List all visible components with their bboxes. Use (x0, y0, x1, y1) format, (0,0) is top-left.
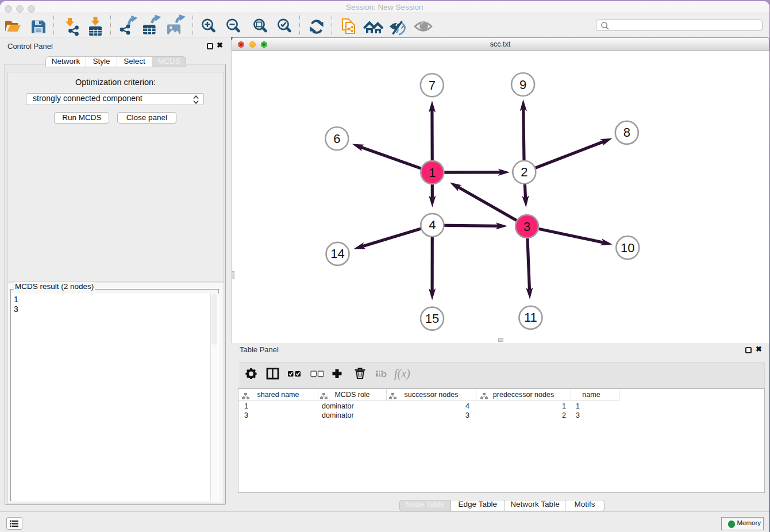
svg-text:10: 10 (621, 240, 634, 255)
svg-text:8: 8 (623, 125, 630, 140)
svg-text:9: 9 (519, 77, 526, 91)
svg-text:15: 15 (425, 311, 438, 326)
svg-text:2: 2 (521, 165, 528, 179)
svg-text:4: 4 (429, 218, 436, 232)
svg-text:14: 14 (330, 246, 344, 261)
svg-text:7: 7 (428, 78, 435, 92)
svg-text:f(x): f(x) (394, 367, 410, 380)
svg-text:6: 6 (333, 131, 340, 145)
svg-text:11: 11 (523, 310, 537, 325)
svg-text:1: 1 (429, 165, 436, 179)
svg-text:3: 3 (523, 219, 530, 233)
